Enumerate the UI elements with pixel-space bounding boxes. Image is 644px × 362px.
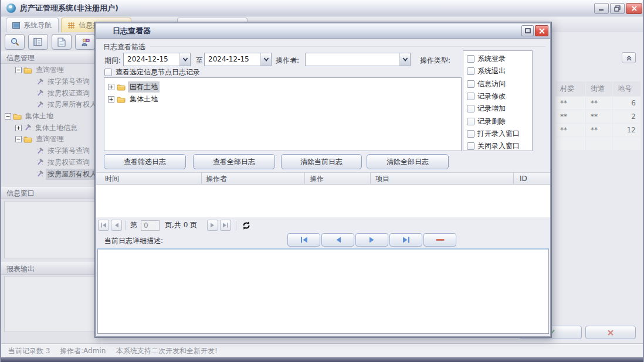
dropdown-button[interactable] (179, 53, 190, 66)
tab-system-navigation[interactable]: 系统导航 (6, 18, 59, 32)
operation-type-option[interactable]: 记录增加 (463, 103, 532, 115)
refresh-button[interactable] (242, 221, 251, 230)
sidebar-tree-item[interactable]: 按房权证查询 (1, 87, 101, 99)
sidebar-section-report-output[interactable]: 报表输出 (1, 262, 101, 275)
dialog-tree-item[interactable]: 集体土地 (104, 93, 461, 105)
dialog-titlebar[interactable]: 日志查看器 (96, 23, 550, 39)
checkbox-icon[interactable] (467, 55, 474, 63)
minimize-button[interactable] (594, 3, 609, 14)
previous-page-button[interactable] (111, 220, 122, 231)
sidebar-tree-item[interactable]: 按房权证查询 (1, 157, 101, 169)
window-bottom-edge (1, 357, 644, 362)
document-button[interactable] (52, 34, 72, 50)
expand-icon[interactable] (108, 96, 114, 103)
log-action-button[interactable]: 清除当前日志 (281, 154, 362, 169)
info-window-panel (4, 201, 98, 258)
land-column-header[interactable]: 街道 (586, 81, 612, 96)
checkbox-icon[interactable] (467, 142, 474, 150)
record-first-button[interactable] (287, 233, 320, 247)
land-table-row[interactable] (555, 137, 641, 150)
land-records-table: 村委街道地号****6****2****12 (555, 81, 641, 151)
collapse-icon[interactable] (5, 113, 11, 119)
collapse-icon[interactable] (15, 67, 22, 73)
log-column-header[interactable]: 操作者 (202, 173, 305, 184)
log-column-header[interactable]: 操作 (305, 173, 371, 184)
dialog-maximize-button[interactable] (521, 25, 534, 36)
checkbox-icon[interactable] (467, 93, 474, 100)
record-delete-button[interactable] (423, 233, 456, 247)
date-from-combobox[interactable]: 2024-12-15 (123, 53, 191, 66)
sidebar-section-info-management[interactable]: 信息管理 (1, 52, 101, 64)
sidebar-tree-item[interactable]: 按字第号查询 (1, 145, 101, 157)
status-bar: 当前记录数 3 操作者:Admin 本系统支持二次开发和全新开发! (1, 344, 644, 357)
record-next-button[interactable] (355, 233, 388, 247)
collapse-icon[interactable] (15, 136, 22, 142)
dialog-close-button[interactable] (535, 25, 548, 36)
status-operator: 操作者:Admin (60, 346, 106, 356)
dialog-tree-item[interactable]: 国有土地 (104, 81, 461, 93)
user-log-button[interactable] (75, 34, 95, 50)
dialog-body: 日志查看筛选 期间: 2024-12-15 至 2024-12-15 操作者: … (96, 39, 550, 336)
sidebar-tree-item[interactable]: 按房屋所有权人 (1, 168, 101, 180)
land-table-row[interactable]: ****2 (555, 110, 641, 123)
sidebar-tree-item[interactable]: 集体土地 (1, 111, 101, 122)
checkbox-icon[interactable] (467, 118, 474, 125)
checkbox-icon[interactable] (467, 67, 474, 75)
operation-type-option[interactable]: 打开录入窗口 (463, 128, 532, 140)
log-action-button[interactable]: 查看筛选日志 (104, 154, 186, 169)
record-previous-button[interactable] (321, 233, 354, 247)
log-column-header[interactable]: 时间 (96, 173, 202, 184)
land-column-header[interactable]: 地号 (613, 81, 640, 96)
dropdown-button[interactable] (399, 53, 410, 66)
next-page-button[interactable] (207, 220, 218, 231)
search-button[interactable] (5, 34, 25, 50)
land-column-header[interactable]: 村委 (555, 81, 585, 96)
tree-item-label: 集体土地 (128, 94, 160, 105)
checkbox-icon[interactable] (467, 105, 474, 112)
checkbox-icon[interactable] (467, 80, 474, 88)
sidebar-tree-item[interactable]: 查询管理 (1, 64, 101, 76)
sidebar-tree-item[interactable]: 集体土地信息 (1, 122, 101, 134)
sidebar-section-info-window[interactable]: 信息窗口 (1, 187, 101, 199)
restore-button[interactable] (610, 3, 625, 14)
dropdown-button[interactable] (260, 53, 271, 66)
expand-icon[interactable] (15, 125, 22, 131)
operator-label: 操作者: (276, 56, 299, 66)
log-column-header[interactable]: ID (514, 173, 550, 184)
node-filter-checkbox-row[interactable]: 查看选定信息节点日志记录 (104, 67, 200, 77)
operation-type-option[interactable]: 系统退出 (463, 65, 532, 77)
date-to-combobox[interactable]: 2024-12-15 (204, 53, 272, 66)
collapse-panel-button[interactable] (622, 52, 636, 63)
last-page-button[interactable] (220, 220, 231, 231)
operation-type-option[interactable]: 记录修改 (463, 90, 532, 103)
page-number-input[interactable] (141, 220, 160, 231)
land-table-row[interactable]: ****12 (555, 124, 641, 136)
close-button[interactable] (626, 3, 642, 14)
checkbox-icon[interactable] (104, 69, 112, 76)
log-action-button[interactable]: 查看全部日志 (193, 154, 275, 169)
log-action-button[interactable]: 清除全部日志 (367, 154, 449, 169)
status-note: 本系统支持二次开发和全新开发! (116, 346, 218, 356)
land-table-cell: ** (586, 124, 612, 136)
operation-type-option[interactable]: 信息访问 (463, 78, 532, 90)
description-textarea[interactable] (97, 248, 549, 334)
last-record-icon (402, 237, 410, 243)
operator-combobox[interactable] (305, 53, 411, 66)
operation-type-option[interactable]: 系统登录 (463, 53, 532, 65)
sidebar-tree-item[interactable]: 按字第号查询 (1, 76, 101, 88)
record-last-button[interactable] (389, 233, 422, 247)
expand-icon[interactable] (108, 84, 114, 90)
cancel-button[interactable] (585, 326, 636, 339)
land-table-row[interactable]: ****6 (555, 97, 641, 110)
checkbox-icon[interactable] (467, 130, 474, 138)
x-icon (607, 329, 614, 336)
sidebar-tree-item[interactable]: 按房屋所有权人 (1, 99, 101, 111)
operation-type-option[interactable]: 关闭录入窗口 (463, 140, 532, 151)
operation-type-option[interactable]: 记录删除 (463, 115, 532, 127)
form-view-button[interactable] (28, 34, 48, 50)
log-column-header[interactable]: 项目 (371, 173, 514, 184)
sidebar-tree-item[interactable]: 查询管理 (1, 134, 101, 145)
status-record-count: 当前记录数 3 (8, 346, 50, 356)
first-page-button[interactable] (98, 220, 109, 231)
land-table-cell: 6 (613, 97, 640, 110)
